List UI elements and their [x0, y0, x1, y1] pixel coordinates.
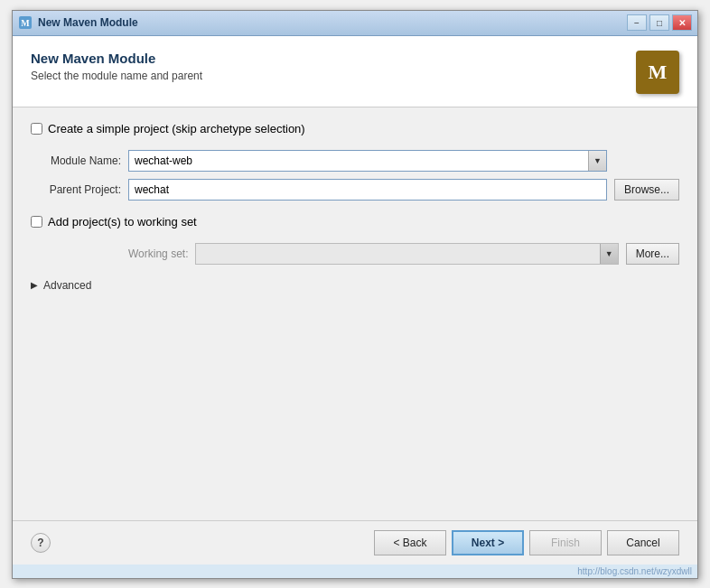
content-area: Create a simple project (skip archetype … [13, 107, 697, 520]
maximize-button[interactable]: □ [649, 14, 669, 31]
module-name-dropdown[interactable]: ▼ [588, 151, 606, 171]
working-set-combo[interactable]: ▼ [195, 243, 618, 265]
main-window: M New Maven Module − □ ✕ New Maven Modul… [12, 10, 698, 579]
parent-project-label: Parent Project: [31, 183, 121, 196]
title-bar-left: M New Maven Module [18, 15, 138, 30]
browse-button[interactable]: Browse... [614, 179, 679, 201]
close-button[interactable]: ✕ [672, 14, 692, 31]
footer-left: ? [31, 533, 51, 553]
window-icon: M [18, 15, 33, 30]
minimize-button[interactable]: − [627, 14, 647, 31]
finish-button[interactable]: Finish [529, 530, 602, 555]
header-section: New Maven Module Select the module name … [13, 36, 697, 107]
dialog-subtitle: Select the module name and parent [31, 70, 202, 82]
cancel-button[interactable]: Cancel [607, 530, 679, 555]
back-button[interactable]: < Back [374, 530, 446, 555]
module-name-field[interactable]: ▼ [128, 150, 607, 172]
footer-right: < Back Next > Finish Cancel [374, 530, 679, 555]
working-set-checkbox-label[interactable]: Add project(s) to working set [48, 215, 197, 229]
module-name-input[interactable] [129, 151, 588, 171]
working-set-checkbox-row: Add project(s) to working set [31, 215, 679, 229]
simple-project-label[interactable]: Create a simple project (skip archetype … [48, 122, 305, 135]
simple-project-checkbox[interactable] [31, 123, 42, 135]
help-button[interactable]: ? [31, 533, 51, 553]
header-text: New Maven Module Select the module name … [31, 51, 202, 82]
working-set-checkbox[interactable] [31, 216, 42, 228]
more-button[interactable]: More... [626, 243, 679, 265]
svg-text:M: M [21, 18, 30, 28]
dialog-title: New Maven Module [31, 51, 202, 66]
next-button[interactable]: Next > [452, 530, 524, 555]
simple-project-row: Create a simple project (skip archetype … [31, 122, 679, 135]
working-set-dropdown[interactable]: ▼ [600, 244, 618, 264]
working-set-inner: Working set: ▼ More... [128, 243, 679, 265]
maven-icon: M [636, 51, 679, 94]
parent-project-input[interactable] [128, 179, 607, 201]
window-title: New Maven Module [38, 16, 138, 29]
advanced-label: Advanced [43, 279, 91, 292]
title-bar-controls: − □ ✕ [627, 14, 692, 31]
advanced-arrow-icon: ▶ [31, 280, 38, 290]
module-name-label: Module Name: [31, 154, 121, 167]
title-bar: M New Maven Module − □ ✕ [13, 11, 697, 36]
working-set-row: Working set: ▼ More... [31, 243, 679, 265]
advanced-section[interactable]: ▶ Advanced [31, 279, 679, 292]
working-set-input[interactable] [196, 244, 599, 264]
watermark: http://blog.csdn.net/wzyxdwll [13, 565, 697, 578]
form-grid: Module Name: ▼ Parent Project: Browse... [31, 150, 679, 201]
working-set-label: Working set: [128, 247, 188, 260]
footer: ? < Back Next > Finish Cancel [13, 520, 697, 565]
